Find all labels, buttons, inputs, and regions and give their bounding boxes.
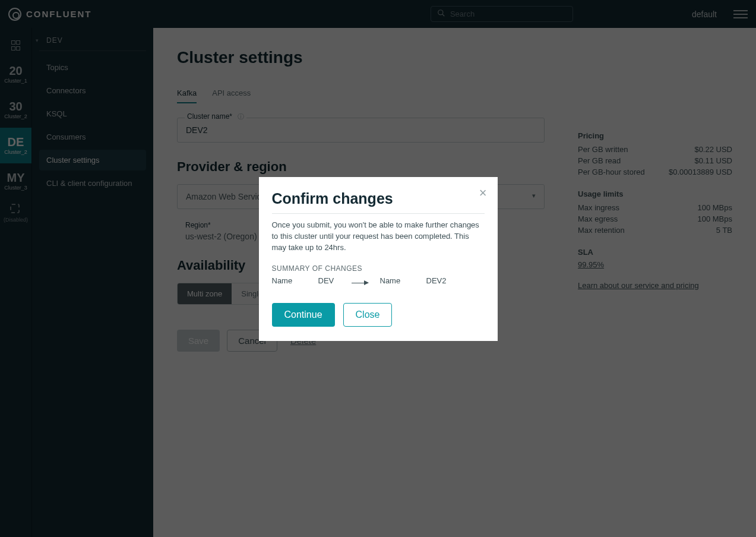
- close-icon[interactable]: ×: [479, 187, 487, 200]
- modal-overlay[interactable]: × Confirm changes Once you submit, you w…: [0, 0, 756, 537]
- summary-row: Name DEV Name DEV2: [272, 276, 485, 285]
- arrow-right-icon: [352, 276, 380, 285]
- summary-to-val: DEV2: [426, 276, 485, 285]
- modal-body-text: Once you submit, you won't be able to ma…: [272, 220, 485, 254]
- summary-of-changes-label: SUMMARY OF CHANGES: [272, 264, 485, 273]
- modal-actions: Continue Close: [272, 303, 485, 327]
- summary-to-key: Name: [380, 276, 426, 285]
- button-label: Continue: [284, 309, 322, 320]
- modal-title: Confirm changes: [272, 190, 485, 214]
- summary-from-key: Name: [272, 276, 318, 285]
- summary-from-val: DEV: [318, 276, 352, 285]
- continue-button[interactable]: Continue: [272, 303, 335, 327]
- button-label: Close: [356, 309, 380, 320]
- confirm-changes-modal: × Confirm changes Once you submit, you w…: [259, 177, 498, 341]
- close-button[interactable]: Close: [343, 303, 393, 327]
